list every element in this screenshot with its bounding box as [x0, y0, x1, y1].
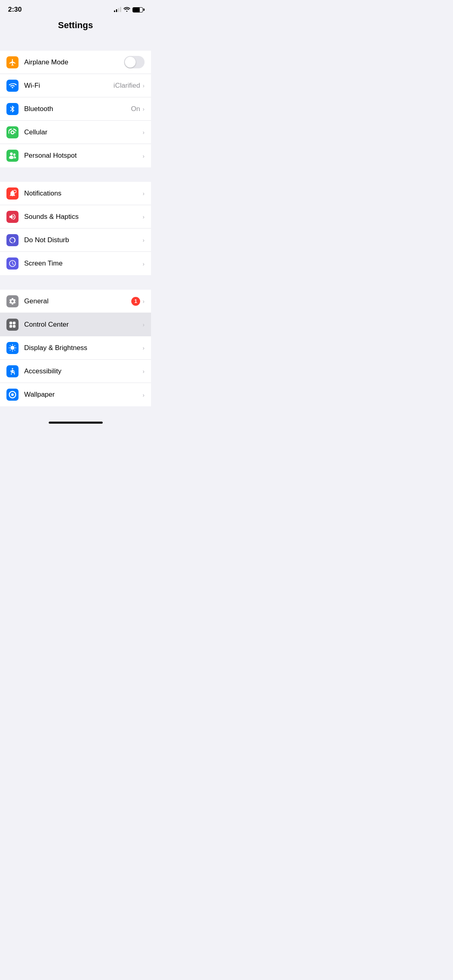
- status-time: 2:30: [8, 6, 22, 14]
- control-center-row-icon: [6, 319, 19, 331]
- svg-rect-3: [10, 325, 12, 327]
- wallpaper-row-icon: [6, 389, 19, 401]
- home-indicator: [0, 418, 151, 426]
- svg-rect-2: [13, 321, 16, 324]
- svg-point-5: [12, 368, 13, 369]
- sounds-row[interactable]: Sounds & Haptics ›: [0, 205, 151, 229]
- display-chevron: ›: [143, 344, 145, 351]
- dnd-row[interactable]: Do Not Disturb ›: [0, 229, 151, 252]
- screentime-row[interactable]: Screen Time ›: [0, 252, 151, 275]
- section-divider-top: [0, 36, 151, 51]
- home-bar: [49, 422, 103, 424]
- signal-icon: [114, 7, 121, 12]
- wifi-icon: [124, 6, 130, 13]
- accessibility-row-icon: [6, 365, 19, 377]
- accessibility-label: Accessibility: [24, 367, 143, 375]
- wifi-label: Wi-Fi: [24, 82, 114, 90]
- general-row-icon: [6, 295, 19, 307]
- airplane-mode-icon: [6, 56, 19, 68]
- accessibility-chevron: ›: [143, 368, 145, 375]
- wifi-row-icon: [6, 80, 19, 92]
- cellular-row[interactable]: Cellular ›: [0, 121, 151, 144]
- hotspot-label: Personal Hotspot: [24, 152, 143, 160]
- control-center-chevron: ›: [143, 321, 145, 328]
- airplane-mode-label: Airplane Mode: [24, 58, 124, 66]
- screentime-row-icon: [6, 257, 19, 270]
- notifications-label: Notifications: [24, 189, 143, 198]
- page-header: Settings: [0, 17, 151, 36]
- svg-rect-1: [10, 321, 12, 324]
- display-label: Display & Brightness: [24, 344, 143, 352]
- general-label: General: [24, 297, 131, 305]
- battery-icon: [132, 7, 143, 12]
- dnd-row-icon: [6, 234, 19, 246]
- cellular-chevron: ›: [143, 129, 145, 136]
- general-row[interactable]: General 1 ›: [0, 290, 151, 313]
- page-title: Settings: [58, 20, 93, 30]
- control-center-label: Control Center: [24, 321, 143, 329]
- wallpaper-chevron: ›: [143, 391, 145, 398]
- airplane-mode-row[interactable]: Airplane Mode: [0, 51, 151, 74]
- display-row-icon: [6, 342, 19, 354]
- hotspot-chevron: ›: [143, 152, 145, 159]
- svg-rect-4: [13, 325, 16, 327]
- dnd-label: Do Not Disturb: [24, 236, 143, 244]
- bluetooth-chevron: ›: [143, 105, 145, 112]
- wallpaper-label: Wallpaper: [24, 391, 143, 399]
- wallpaper-row[interactable]: Wallpaper ›: [0, 383, 151, 406]
- airplane-mode-toggle[interactable]: [124, 56, 145, 68]
- status-bar: 2:30: [0, 0, 151, 17]
- alerts-section: Notifications › Sounds & Haptics › Do No…: [0, 182, 151, 275]
- screentime-chevron: ›: [143, 260, 145, 267]
- screentime-label: Screen Time: [24, 259, 143, 268]
- accessibility-row[interactable]: Accessibility ›: [0, 360, 151, 383]
- wifi-chevron: ›: [143, 82, 145, 89]
- bluetooth-row[interactable]: Bluetooth On ›: [0, 97, 151, 121]
- control-center-row[interactable]: Control Center ›: [0, 313, 151, 336]
- sounds-row-icon: [6, 211, 19, 223]
- dnd-chevron: ›: [143, 237, 145, 243]
- sounds-chevron: ›: [143, 213, 145, 220]
- general-badge: 1: [131, 297, 140, 306]
- cellular-row-icon: [6, 126, 19, 138]
- hotspot-row[interactable]: Personal Hotspot ›: [0, 144, 151, 167]
- bluetooth-value: On: [131, 105, 140, 113]
- network-section: Airplane Mode Wi-Fi iClarified › Bluetoo…: [0, 51, 151, 167]
- notifications-row[interactable]: Notifications ›: [0, 182, 151, 205]
- svg-point-0: [14, 190, 17, 193]
- bluetooth-label: Bluetooth: [24, 105, 131, 113]
- wifi-value: iClarified: [114, 82, 140, 90]
- general-chevron: ›: [143, 298, 145, 305]
- section-divider-system: [0, 275, 151, 290]
- display-row[interactable]: Display & Brightness ›: [0, 336, 151, 360]
- bluetooth-row-icon: [6, 103, 19, 115]
- section-divider-alerts: [0, 167, 151, 182]
- status-icons: [114, 6, 143, 13]
- notifications-row-icon: [6, 187, 19, 200]
- cellular-label: Cellular: [24, 128, 143, 136]
- svg-point-6: [11, 393, 14, 396]
- wifi-row[interactable]: Wi-Fi iClarified ›: [0, 74, 151, 97]
- sounds-label: Sounds & Haptics: [24, 213, 143, 221]
- hotspot-row-icon: [6, 150, 19, 162]
- system-section: General 1 › Control Center › Display & B…: [0, 290, 151, 406]
- notifications-chevron: ›: [143, 190, 145, 197]
